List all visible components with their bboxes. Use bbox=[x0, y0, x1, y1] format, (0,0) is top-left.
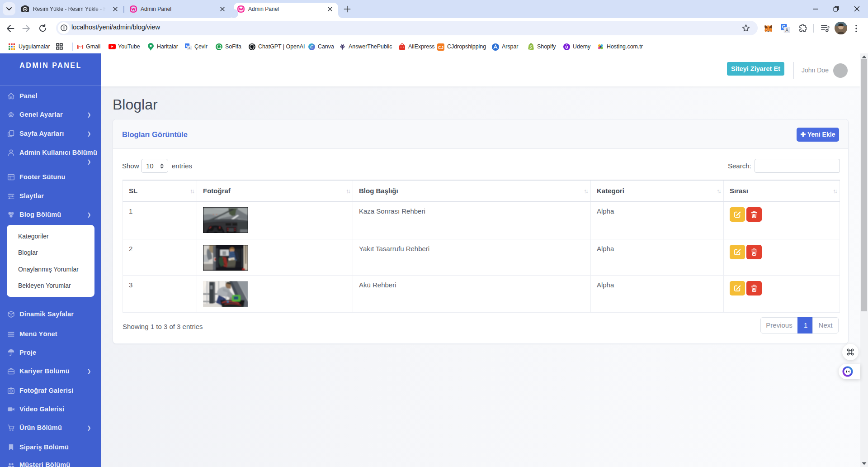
svg-text:A: A bbox=[189, 46, 191, 50]
svg-text:A: A bbox=[785, 28, 788, 33]
svg-text:CJ: CJ bbox=[438, 45, 443, 50]
svg-text:C: C bbox=[310, 45, 313, 49]
